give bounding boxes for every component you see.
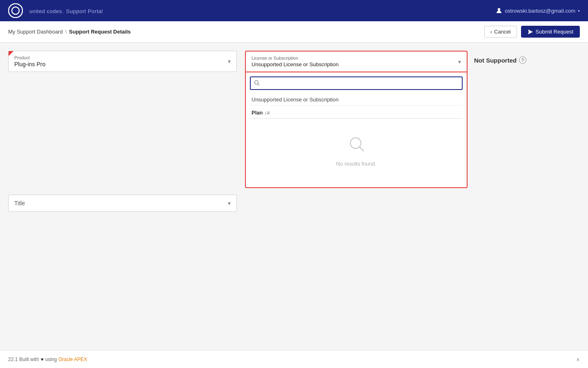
svg-marker-3 (528, 29, 533, 34)
license-chevron-icon: ▾ (458, 58, 461, 65)
cancel-label: Cancel (494, 29, 510, 35)
breadcrumb: My Support Dashboard \ Support Request D… (8, 29, 131, 35)
cancel-chevron-icon: ‹ (490, 29, 492, 35)
logo-icon (8, 3, 23, 18)
oracle-apex-link[interactable]: Oracle APEX (58, 357, 87, 362)
product-field: Product Plug-ins Pro (14, 55, 45, 67)
footer: 22.1 Built with ♥ using Oracle APEX ∧ (0, 350, 588, 368)
brand-name: united codes.Support Portal (27, 7, 103, 15)
breadcrumb-bar: My Support Dashboard \ Support Request D… (0, 21, 588, 43)
search-wrapper (250, 76, 463, 90)
breadcrumb-parent[interactable]: My Support Dashboard (8, 29, 63, 35)
product-dropdown-inner[interactable]: Product Plug-ins Pro ▾ (9, 51, 236, 72)
submit-label: Submit Request (536, 29, 574, 35)
footer-heart: ♥ (40, 357, 43, 362)
footer-built-with: Built with (19, 357, 39, 362)
plan-label: Plan (252, 110, 263, 116)
no-results-icon (347, 135, 365, 157)
footer-using: using (45, 357, 57, 362)
submit-button[interactable]: Submit Request (521, 26, 580, 38)
table-header: Plan ↓≡ (250, 107, 463, 119)
product-chevron-icon: ▾ (228, 58, 231, 65)
license-option[interactable]: Unsupported License or Subscription (250, 94, 463, 105)
product-dropdown[interactable]: Product Plug-ins Pro ▾ (8, 51, 237, 72)
brand-label: united codes. (29, 8, 64, 14)
license-dropdown-container: License or Subscription Unsupported Lice… (245, 51, 468, 188)
footer-scroll-up-icon[interactable]: ∧ (576, 357, 580, 362)
title-label: Title (14, 200, 25, 206)
svg-point-4 (255, 81, 258, 84)
title-chevron-icon: ▾ (228, 200, 231, 206)
header: united codes.Support Portal ostrowski.ba… (0, 0, 588, 21)
title-dropdown[interactable]: Title ▾ (8, 195, 237, 212)
plan-column-header[interactable]: Plan ↓≡ (252, 110, 270, 116)
license-label: License or Subscription (252, 56, 339, 61)
no-results-text: No results found. (336, 161, 376, 167)
header-right[interactable]: ostrowski.bartosz@gmail.com ▾ (496, 7, 580, 14)
send-icon (528, 29, 533, 35)
not-supported-section: Not Supported ? (474, 51, 526, 64)
search-icon (254, 80, 260, 87)
svg-point-1 (12, 7, 19, 14)
breadcrumb-separator: \ (65, 29, 67, 35)
license-field: License or Subscription Unsupported Lice… (252, 56, 339, 67)
svg-point-0 (9, 4, 22, 18)
svg-point-2 (498, 8, 500, 11)
footer-version: 22.1 (8, 357, 18, 362)
user-menu-chevron[interactable]: ▾ (578, 9, 580, 13)
portal-label: Support Portal (66, 8, 103, 14)
header-left: united codes.Support Portal (8, 3, 103, 18)
license-search-input[interactable] (250, 76, 463, 90)
svg-line-5 (258, 84, 260, 85)
license-dropdown-header[interactable]: License or Subscription Unsupported Lice… (245, 51, 468, 72)
main-content: Product Plug-ins Pro ▾ License or Subscr… (0, 43, 588, 350)
sort-icon[interactable]: ↓≡ (264, 110, 270, 116)
user-email: ostrowski.bartosz@gmail.com (505, 8, 575, 14)
license-dropdown-body: Unsupported License or Subscription Plan… (245, 72, 468, 188)
license-value: Unsupported License or Subscription (252, 61, 339, 67)
product-value: Plug-ins Pro (14, 61, 45, 67)
cancel-button[interactable]: ‹ Cancel (484, 26, 517, 38)
product-label: Product (14, 55, 45, 60)
svg-point-6 (350, 138, 361, 148)
no-results-area: No results found. (250, 119, 463, 183)
error-indicator (9, 51, 13, 56)
user-icon (496, 7, 502, 14)
breadcrumb-actions: ‹ Cancel Submit Request (484, 26, 580, 38)
form-area: Product Plug-ins Pro ▾ License or Subscr… (8, 51, 580, 188)
help-icon[interactable]: ? (519, 56, 526, 64)
footer-left: 22.1 Built with ♥ using Oracle APEX (8, 357, 87, 362)
not-supported-text: Not Supported (474, 57, 517, 64)
breadcrumb-current: Support Request Details (69, 29, 131, 35)
svg-line-7 (359, 147, 364, 152)
